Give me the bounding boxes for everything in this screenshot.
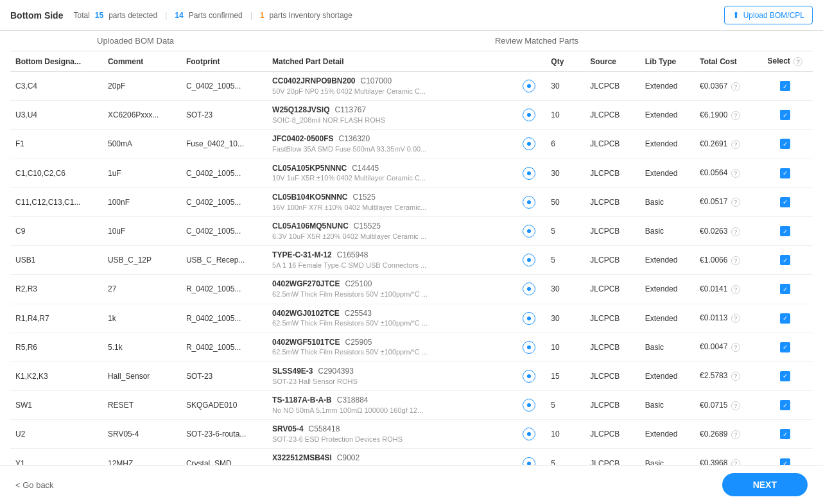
search-circle-icon[interactable] (523, 167, 535, 180)
search-circle-icon[interactable] (523, 225, 535, 238)
cost-info-icon[interactable]: ? (731, 401, 740, 410)
cost-info-icon[interactable]: ? (731, 314, 740, 323)
search-circle-icon[interactable] (523, 282, 535, 295)
cell-search[interactable] (517, 101, 546, 130)
page-title: Bottom Side (10, 10, 63, 21)
cell-designator: C11,C12,C13,C1... (10, 187, 103, 216)
cell-select[interactable] (758, 246, 813, 275)
search-circle-icon[interactable] (523, 109, 535, 121)
upload-icon: ⬆ (732, 10, 740, 20)
cell-total-cost: €0.0715 ? (695, 391, 758, 420)
search-circle-icon[interactable] (523, 254, 535, 266)
cell-search[interactable] (517, 391, 546, 420)
cell-search[interactable] (517, 159, 546, 187)
cost-info-icon[interactable]: ? (731, 82, 740, 91)
select-checkbox[interactable] (780, 197, 790, 207)
search-dot-icon (527, 317, 531, 320)
search-circle-icon[interactable] (523, 399, 535, 412)
cost-info-icon[interactable]: ? (731, 285, 740, 294)
cell-select[interactable] (758, 420, 813, 449)
cell-footprint: C_0402_1005... (181, 72, 267, 101)
cell-lib-type: Extended (640, 304, 695, 333)
cell-qty: 10 (546, 420, 585, 449)
cell-search[interactable] (517, 275, 546, 304)
search-circle-icon[interactable] (523, 137, 535, 150)
select-checkbox[interactable] (780, 110, 790, 120)
cost-info-icon[interactable]: ? (731, 256, 740, 265)
cell-lib-type: Basic (640, 187, 695, 216)
table-row: C1,C10,C2,C6 1uF C_0402_1005... CL05A105… (10, 159, 813, 187)
cell-select[interactable] (758, 159, 813, 187)
cell-search[interactable] (517, 420, 546, 449)
select-checkbox[interactable] (780, 313, 790, 324)
search-circle-icon[interactable] (523, 196, 535, 209)
cell-select[interactable] (758, 304, 813, 333)
cell-search[interactable] (517, 304, 546, 333)
cell-total-cost: €0.0517 ? (695, 187, 758, 216)
search-circle-icon[interactable] (523, 341, 535, 354)
search-circle-icon[interactable] (523, 370, 535, 383)
cell-select[interactable] (758, 275, 813, 304)
select-info-icon[interactable]: ? (793, 57, 802, 66)
cell-search[interactable] (517, 72, 546, 101)
cell-select[interactable] (758, 130, 813, 159)
cell-total-cost: €0.0113 ? (695, 304, 758, 333)
cell-select[interactable] (758, 216, 813, 245)
cell-lib-type: Extended (640, 275, 695, 304)
cell-designator: USB1 (10, 246, 103, 275)
cell-select[interactable] (758, 72, 813, 101)
next-button[interactable]: NEXT (722, 473, 808, 496)
cell-search[interactable] (517, 333, 546, 361)
cost-info-icon[interactable]: ? (731, 227, 740, 236)
cost-info-icon[interactable]: ? (731, 169, 740, 178)
cost-info-icon[interactable]: ? (731, 343, 740, 352)
cost-info-icon[interactable]: ? (731, 198, 740, 207)
cost-info-icon[interactable]: ? (731, 140, 740, 149)
col-header-designator: Bottom Designa... (10, 51, 103, 72)
table-row: U3,U4 XC6206Pxxx... SOT-23 W25Q128JVSIQ … (10, 101, 813, 130)
select-checkbox[interactable] (780, 139, 790, 149)
search-circle-icon[interactable] (523, 80, 535, 92)
cell-designator: R5,R6 (10, 333, 103, 361)
cell-part-detail: CL05A105KP5NNNC C14445 10V 1uF X5R ±10% … (267, 159, 517, 187)
select-checkbox[interactable] (780, 371, 790, 381)
table-body: C3,C4 20pF C_0402_1005... CC0402JRNPO9BN… (10, 72, 813, 505)
cell-select[interactable] (758, 101, 813, 130)
col-header-comment: Comment (103, 51, 181, 72)
table-row: C11,C12,C13,C1... 100nF C_0402_1005... C… (10, 187, 813, 216)
cell-select[interactable] (758, 333, 813, 361)
cell-select[interactable] (758, 361, 813, 390)
select-checkbox[interactable] (780, 400, 790, 410)
select-checkbox[interactable] (780, 168, 790, 178)
table-row: R5,R6 5.1k R_0402_1005... 0402WGF5101TCE… (10, 333, 813, 361)
cost-info-icon[interactable]: ? (731, 111, 740, 120)
select-checkbox[interactable] (780, 226, 790, 236)
search-circle-icon[interactable] (523, 428, 535, 440)
select-checkbox[interactable] (780, 284, 790, 294)
cell-total-cost: €0.0564 ? (695, 159, 758, 187)
parts-confirmed-label: Parts confirmed (189, 11, 243, 20)
select-checkbox[interactable] (780, 81, 790, 91)
cell-search[interactable] (517, 361, 546, 390)
cell-search[interactable] (517, 246, 546, 275)
table-row: R1,R4,R7 1k R_0402_1005... 0402WGJ0102TC… (10, 304, 813, 333)
search-circle-icon[interactable] (523, 312, 535, 325)
go-back-link[interactable]: < Go back (15, 480, 54, 490)
cell-select[interactable] (758, 187, 813, 216)
cell-part-detail: SRV05-4 C558418 SOT-23-6 ESD Protection … (267, 420, 517, 449)
table-row: F1 500mA Fuse_0402_10... JFC0402-0500FS … (10, 130, 813, 159)
cell-select[interactable] (758, 391, 813, 420)
cell-search[interactable] (517, 187, 546, 216)
cost-info-icon[interactable]: ? (731, 372, 740, 381)
select-checkbox[interactable] (780, 342, 790, 352)
search-dot-icon (527, 374, 531, 378)
cell-search[interactable] (517, 216, 546, 245)
upload-bom-button[interactable]: ⬆ Upload BOM/CPL (724, 6, 813, 24)
select-checkbox[interactable] (780, 255, 790, 265)
cost-info-icon[interactable]: ? (731, 430, 740, 439)
cell-part-detail: 0402WGJ0102TCE C25543 62.5mW Thick Film … (267, 304, 517, 333)
col-header-select: Select ? (758, 51, 813, 72)
cell-search[interactable] (517, 130, 546, 159)
parts-table-container: Bottom Designa... Comment Footprint Matc… (10, 51, 813, 504)
select-checkbox[interactable] (780, 429, 790, 439)
